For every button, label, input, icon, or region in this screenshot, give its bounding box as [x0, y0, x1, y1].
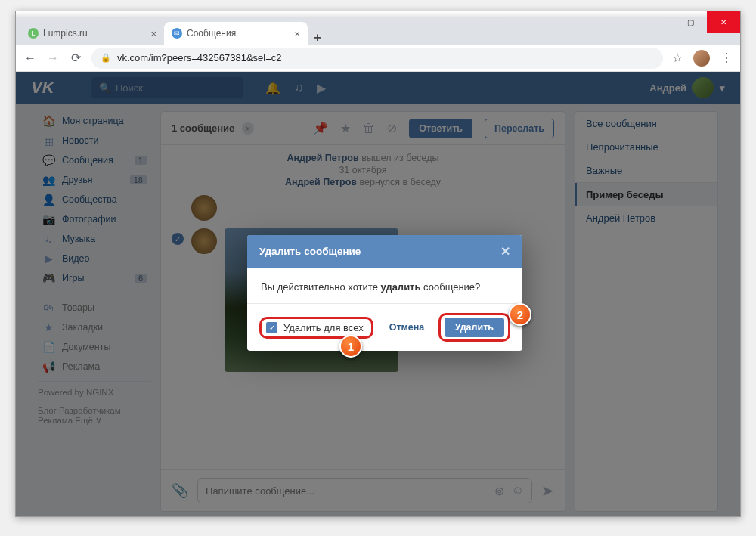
back-icon[interactable]: ← [23, 51, 37, 65]
tab-lumpics[interactable]: L Lumpics.ru × [20, 22, 164, 45]
vk-page: VK 🔍 Поиск 🔔 ♫ ▶ Андрей ▾ 🏠Моя страница … [16, 72, 740, 516]
lock-icon: 🔒 [101, 53, 111, 63]
annotation-marker-1: 1 [339, 335, 362, 358]
addr-right-icons: ☆ ⋮ [672, 50, 733, 67]
modal-actions: Отмена Удалить [389, 313, 510, 342]
tab-strip: L Lumpics.ru × ✉ Сообщения × + [16, 17, 740, 45]
reload-icon[interactable]: ⟳ [69, 51, 82, 65]
window-controls: — ▢ ✕ [640, 11, 740, 33]
modal-title: Удалить сообщение [259, 246, 361, 257]
window-close[interactable]: ✕ [707, 11, 740, 33]
modal-text: сообщение? [420, 281, 480, 293]
forward-icon[interactable]: → [46, 51, 60, 65]
tab-title: Сообщения [187, 28, 236, 39]
profile-avatar[interactable] [693, 50, 710, 67]
check-icon: ✓ [266, 322, 277, 333]
modal-footer: ✓ Удалить для всех Отмена Удалить [247, 303, 522, 351]
cancel-button[interactable]: Отмена [389, 322, 425, 333]
delete-button-highlight: Удалить [438, 313, 510, 342]
url-field[interactable]: 🔒 vk.com/im?peers=432567381&sel=c2 [91, 48, 663, 69]
delete-for-all-checkbox[interactable]: ✓ Удалить для всех [259, 317, 373, 339]
window-maximize[interactable]: ▢ [674, 11, 707, 33]
window-minimize[interactable]: — [640, 11, 674, 33]
menu-icon[interactable]: ⋮ [720, 51, 733, 65]
delete-button[interactable]: Удалить [445, 318, 504, 337]
delete-modal: Удалить сообщение ✕ Вы действительно хот… [247, 235, 522, 351]
address-bar: ← → ⟳ 🔒 vk.com/im?peers=432567381&sel=c2… [16, 45, 740, 72]
tab-messages[interactable]: ✉ Сообщения × [164, 22, 308, 45]
tab-title: Lumpics.ru [43, 28, 88, 39]
favicon-icon: ✉ [172, 28, 182, 39]
modal-text-bold: удалить [380, 281, 420, 293]
favicon-icon: L [28, 28, 39, 39]
modal-header: Удалить сообщение ✕ [247, 235, 522, 268]
modal-body: Вы действительно хотите удалить сообщени… [247, 268, 522, 303]
close-icon[interactable]: × [294, 28, 300, 39]
new-tab-button[interactable]: + [308, 31, 327, 45]
url-text: vk.com/im?peers=432567381&sel=c2 [117, 52, 282, 64]
browser-window: — ▢ ✕ L Lumpics.ru × ✉ Сообщения × + ← →… [15, 11, 741, 517]
close-icon[interactable]: × [150, 28, 156, 39]
titlebar [16, 11, 740, 17]
annotation-marker-2: 2 [509, 303, 531, 326]
star-icon[interactable]: ☆ [672, 51, 683, 65]
modal-text: Вы действительно хотите [261, 281, 380, 293]
checkbox-label: Удалить для всех [284, 322, 364, 333]
close-icon[interactable]: ✕ [500, 244, 510, 259]
